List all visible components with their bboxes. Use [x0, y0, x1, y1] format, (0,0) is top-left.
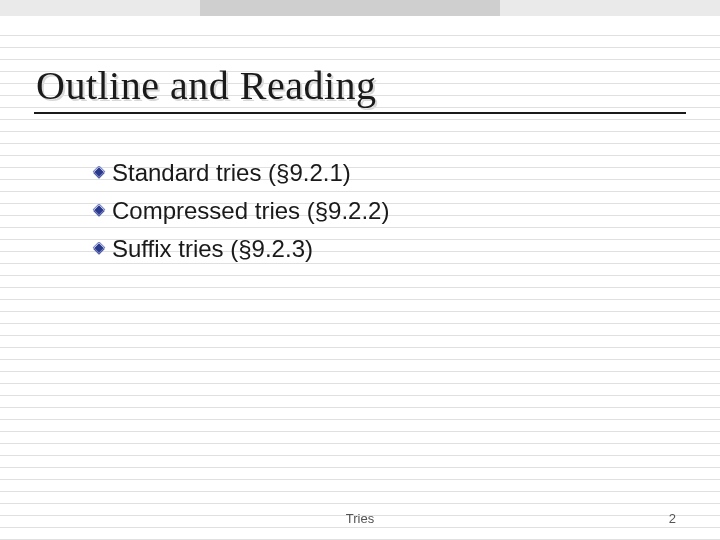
bullet-list: Standard tries (§9.2.1) Compressed tries… [92, 156, 389, 270]
list-item: Compressed tries (§9.2.2) [92, 194, 389, 228]
diamond-icon [92, 242, 106, 256]
list-item: Standard tries (§9.2.1) [92, 156, 389, 190]
slide-title: Outline and Reading [36, 62, 377, 109]
diamond-icon [92, 204, 106, 218]
bullet-text: Standard tries (§9.2.1) [112, 159, 351, 187]
page-number: 2 [669, 511, 676, 526]
footer-title: Tries [0, 511, 720, 526]
title-underline [34, 112, 686, 114]
top-bar-accent [200, 0, 500, 16]
list-item: Suffix tries (§9.2.3) [92, 232, 389, 266]
diamond-icon [92, 166, 106, 180]
bullet-text: Suffix tries (§9.2.3) [112, 235, 313, 263]
bullet-text: Compressed tries (§9.2.2) [112, 197, 389, 225]
